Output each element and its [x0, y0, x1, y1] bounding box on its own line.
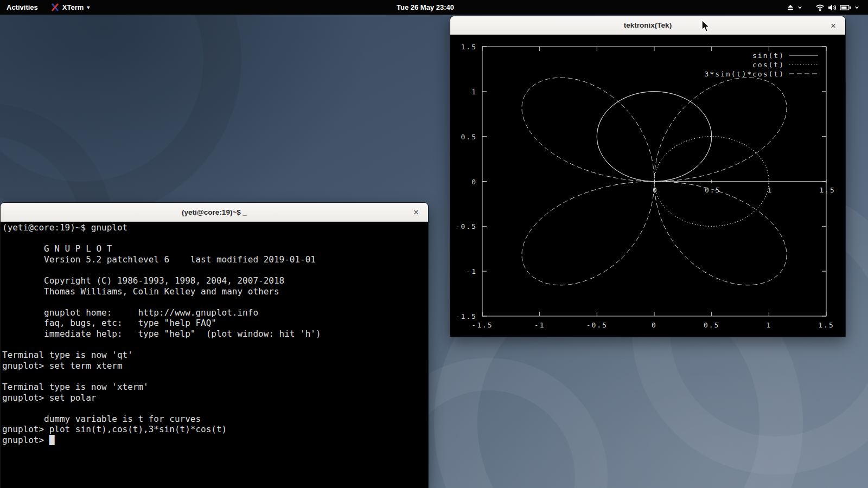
svg-text:-1: -1 [534, 321, 545, 329]
svg-text:-1: -1 [466, 267, 477, 275]
polar-plot-svg: -1.5-1-0.500.511.5-1.5-1-0.500.511.500.5… [450, 35, 845, 337]
close-button[interactable]: × [828, 20, 839, 31]
svg-text:0: 0 [471, 178, 477, 186]
xterm-icon [51, 3, 59, 11]
chevron-down-icon [797, 5, 802, 10]
svg-text:0.5: 0.5 [461, 133, 477, 141]
svg-text:sin(t): sin(t) [752, 52, 784, 60]
top-bar: Activities XTerm ▾ Tue 26 May 23:40 [0, 0, 868, 15]
svg-text:1.5: 1.5 [461, 43, 477, 51]
xterm-window-title: (yeti@core:19)~$ _ [182, 208, 247, 216]
tek-titlebar[interactable]: tektronix(Tek) × [450, 16, 845, 35]
clock[interactable]: Tue 26 May 23:40 [397, 0, 454, 15]
system-menu[interactable] [809, 0, 866, 15]
close-button[interactable]: × [411, 207, 422, 218]
volume-icon [828, 4, 837, 11]
svg-text:-1.5: -1.5 [456, 312, 477, 320]
svg-text:0.5: 0.5 [704, 321, 719, 329]
battery-icon [840, 4, 851, 11]
tek-window-title: tektronix(Tek) [624, 21, 672, 29]
app-menu-label: XTerm [62, 3, 84, 11]
svg-text:1.5: 1.5 [819, 186, 835, 194]
svg-text:1: 1 [767, 186, 773, 194]
svg-text:-0.5: -0.5 [586, 321, 608, 329]
terminal-output[interactable]: (yeti@core:19)~$ gnuplot G N U P L O T V… [1, 222, 428, 488]
app-menu-xterm[interactable]: XTerm ▾ [44, 0, 97, 15]
svg-text:1: 1 [766, 321, 771, 329]
svg-text:1.5: 1.5 [818, 321, 834, 329]
mouse-cursor [701, 20, 712, 34]
svg-text:-1.5: -1.5 [471, 321, 493, 329]
xterm-titlebar[interactable]: (yeti@core:19)~$ _ × [1, 203, 428, 222]
svg-text:-0.5: -0.5 [456, 222, 477, 230]
svg-text:cos(t): cos(t) [752, 61, 784, 69]
tek-window: tektronix(Tek) × -1.5-1-0.500.511.5-1.5-… [450, 16, 846, 337]
eject-icon [787, 4, 794, 11]
chevron-down-icon: ▾ [87, 4, 90, 10]
wifi-icon [815, 4, 825, 11]
svg-text:0: 0 [653, 186, 658, 194]
desktop: Activities XTerm ▾ Tue 26 May 23:40 [0, 0, 868, 488]
tek-plot-area[interactable]: -1.5-1-0.500.511.5-1.5-1-0.500.511.500.5… [450, 35, 845, 337]
xterm-window: (yeti@core:19)~$ _ × (yeti@core:19)~$ gn… [0, 202, 429, 488]
svg-text:1: 1 [471, 88, 477, 96]
svg-text:3*sin(t)*cos(t): 3*sin(t)*cos(t) [705, 70, 784, 78]
svg-text:0: 0 [652, 321, 657, 329]
activities-button[interactable]: Activities [0, 0, 44, 15]
chevron-down-icon [854, 5, 859, 10]
removable-media-menu[interactable] [780, 0, 809, 15]
